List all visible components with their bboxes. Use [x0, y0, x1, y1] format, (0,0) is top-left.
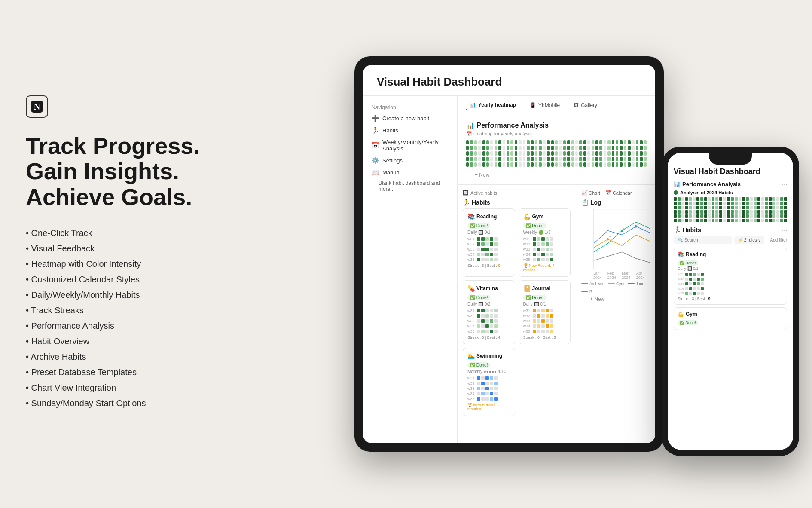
habit-card-journal: 📔 Journal ✅ Done! Daily 🔲 0/1 w31 w32 w3… — [519, 280, 571, 344]
tab-gallery[interactable]: 🖼 Gallery — [570, 101, 601, 110]
reading-streak: Streak : 3 | Best : 9 — [467, 263, 510, 268]
nav-item-manual[interactable]: 📖 Manual — [363, 166, 457, 178]
nav-item-habits[interactable]: 🏃 Habits — [363, 124, 457, 136]
habit-card-reading: 📚 Reading ✅ Done! Daily 🔲 0/1 w31 — [463, 208, 515, 277]
habits-grid: 📚 Reading ✅ Done! Daily 🔲 0/1 w31 — [463, 208, 571, 344]
phone-habits-icon: 🏃 — [674, 226, 681, 233]
headline: Track Progress. Gain Insights. Achieve G… — [26, 133, 206, 210]
reading-done-badge: ✅ Done! — [467, 223, 490, 229]
phone-perf-icon: 📊 — [674, 181, 681, 187]
phone-reading-emoji: 📚 — [678, 251, 684, 257]
mobile-tab-icon: 📱 — [530, 102, 536, 108]
gym-freq: Weekly 🟢 1/3 — [523, 230, 566, 235]
phone-green-dot — [674, 190, 678, 195]
log-tab-chart[interactable]: 📈 Chart — [581, 190, 600, 196]
new-log-button[interactable]: + New — [581, 294, 613, 305]
phone-perf-dots[interactable]: ··· — [782, 181, 787, 187]
swimming-card: 🏊 Swimming ✅ Done! Monthly ●●●●● 4/10 w3… — [463, 348, 515, 416]
habit-name-journal: 📔 Journal — [523, 285, 566, 292]
phone-search-input[interactable]: 🔍 Search — [674, 236, 732, 244]
phone-gym-done: ✅ Done! — [678, 320, 698, 325]
devices-container: Visual Habit Dashboard Navigation ➕ Crea… — [232, 39, 786, 469]
vitamins-freq: Daily 🔲 0/2 — [467, 302, 510, 306]
vitamins-done-badge: ✅ Done! — [467, 295, 490, 300]
phone-add-filter-button[interactable]: + Add filter — [766, 238, 787, 242]
nav-settings-label: Settings — [382, 157, 403, 164]
svg-text:6: 6 — [638, 223, 639, 226]
tablet-body: Navigation ➕ Create a new habit 🏃 Habits… — [363, 96, 655, 443]
phone-reading-streak: Streak : 3 | Best : 9 — [678, 297, 783, 301]
nav-item-settings[interactable]: ⚙️ Settings — [363, 154, 457, 166]
vitamins-mini-grid: w31 w32 w33 w34 w35 — [467, 309, 510, 334]
habit-card-swimming: 🏊 Swimming ✅ Done! Monthly ●●●●● 4/10 w3… — [463, 348, 571, 416]
phone-heatmap-grid — [674, 197, 787, 222]
headline-line3: Achieve Goals. — [26, 184, 206, 210]
log-tabs: 📈 Chart 📅 Calendar — [581, 190, 650, 196]
phone-search-bar: 🔍 Search ⚡ 2 rules ∨ + Add filter — [674, 236, 787, 244]
tab-yhmobile[interactable]: 📱 YhMobile — [526, 101, 563, 110]
habits-title: 🏃 Habits — [463, 199, 571, 206]
tablet-header: Visual Habit Dashboard — [363, 65, 655, 96]
habit-card-vitamins: 💊 Vitamins ✅ Done! Daily 🔲 0/2 w31 w32 w… — [463, 280, 515, 344]
perf-title: 📊 Performance Analysis — [466, 121, 647, 129]
phone-perf-header: 📊 Performance Analysis ··· — [674, 181, 787, 187]
swimming-done-badge: ✅ Done! — [467, 362, 490, 368]
nav-sub-item[interactable]: Blank habit dashboard and more... — [363, 178, 457, 194]
calendar-icon: 📅 — [372, 142, 379, 149]
feature-11: Chart View Integration — [26, 382, 206, 394]
nav-item-analysis[interactable]: 📅 Weekly/Monthly/Yearly Analysis — [363, 136, 457, 154]
feature-3: Heatmap with Color Intensity — [26, 258, 206, 270]
filter-icon: ⚡ — [738, 238, 743, 242]
nav-analysis-label: Weekly/Monthly/Yearly Analysis — [382, 139, 449, 152]
svg-text:7: 7 — [609, 235, 611, 239]
phone-habits-header: 🏃 Habits ··· — [674, 226, 787, 233]
phone-title: Visual Habit Dashboard — [674, 167, 787, 176]
gym-record: 🏆 New Record: 7 weeks! — [523, 263, 566, 272]
habits-left: 🔲 Active habits 🏃 Habits — [458, 185, 576, 443]
phone-habits-title: 🏃 Habits — [674, 226, 701, 233]
chart-x-labels: Jan 2024 Feb 2024 Mar 2024 Apr 2024 — [593, 271, 650, 280]
left-panel: N Track Progress. Gain Insights. Achieve… — [26, 95, 206, 413]
log-tab-calendar[interactable]: 📅 Calendar — [605, 190, 632, 196]
svg-point-8 — [621, 230, 623, 232]
habit-name-vitamins: 💊 Vitamins — [467, 285, 510, 292]
reading-emoji: 📚 — [467, 213, 475, 220]
vitamins-streak: Streak : 0 | Best : 4 — [467, 335, 510, 340]
journal-done-badge: ✅ Done! — [523, 295, 546, 300]
heatmap-grid — [466, 140, 647, 167]
feature-7: Performance Analysis — [26, 320, 206, 332]
journal-freq: Daily 🔲 0/1 — [523, 302, 566, 306]
habits-icon: 🏃 — [372, 127, 379, 134]
phone-habit-card-reading: 📚 Reading ✅ Done! Daily 🔲 0/1 w31 w32 w3… — [674, 248, 787, 305]
nav-habits-label: Habits — [382, 127, 398, 134]
phone-gym-name: 💪 Gym — [678, 311, 783, 317]
cal-icon: 📅 — [605, 190, 611, 196]
journal-emoji: 📔 — [523, 285, 531, 292]
tablet-main: 📊 Yearly heatmap 📱 YhMobile 🖼 Gallery — [458, 96, 655, 443]
new-button[interactable]: + New — [466, 169, 498, 181]
chart-container: 32241680 — [581, 209, 650, 280]
feature-6: Track Streaks — [26, 304, 206, 316]
feature-1: One-Click Track — [26, 227, 206, 239]
swimming-record: 🏆 New Record: 1 months! — [467, 403, 510, 411]
chart-icon: 📈 — [581, 190, 587, 196]
tablet-title: Visual Habit Dashboard — [377, 75, 641, 89]
phone-reading-freq: Daily 🔲 0/1 — [678, 266, 783, 271]
habit-name-gym: 💪 Gym — [523, 213, 566, 220]
run-icon: 🏃 — [463, 199, 470, 206]
phone-habits-dots[interactable]: ··· — [782, 226, 787, 233]
mobile-tab-label: YhMobile — [538, 102, 560, 108]
gym-mini-grid: w31 w32 w33 w34 w35 — [523, 237, 566, 262]
nav-item-create[interactable]: ➕ Create a new habit — [363, 112, 457, 124]
feature-10: Preset Database Templates — [26, 366, 206, 378]
phone-notch — [709, 153, 752, 165]
features-list: One-Click Track Visual Feedback Heatmap … — [26, 227, 206, 409]
gym-emoji: 💪 — [523, 213, 531, 220]
chart-area: 7 8 6 — [593, 209, 650, 269]
svg-text:8: 8 — [623, 227, 625, 230]
calendar-mini-icon: 📅 — [466, 131, 472, 136]
performance-section: 📊 Performance Analysis 📅 Heatmap for yea… — [458, 115, 655, 184]
phone-filter-button[interactable]: ⚡ 2 rules ∨ — [734, 236, 765, 244]
tab-yearly-heatmap[interactable]: 📊 Yearly heatmap — [466, 100, 519, 110]
habits-right: 📈 Chart 📅 Calendar 📋 Log — [576, 185, 655, 443]
